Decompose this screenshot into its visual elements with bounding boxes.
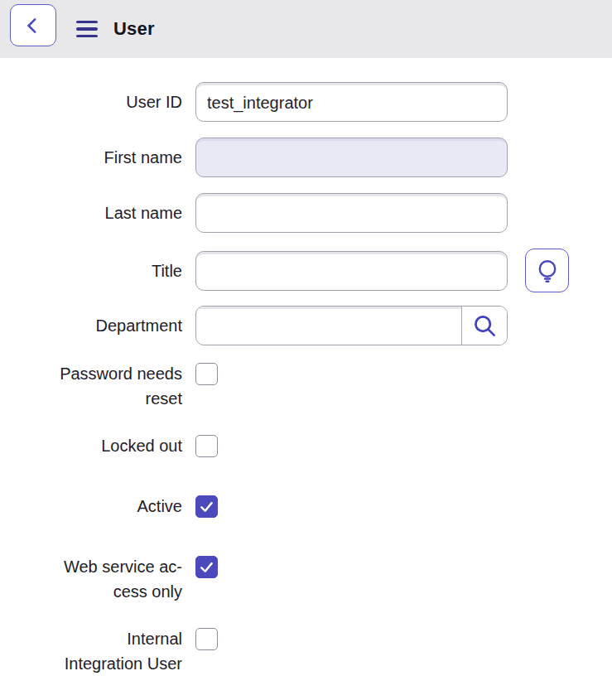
- field-row-internal-integration-user: Internal Integration User: [17, 626, 612, 676]
- locked-out-label: Locked out: [17, 433, 182, 458]
- lightbulb-icon: [535, 258, 560, 283]
- department-reference-field: [195, 306, 508, 345]
- internal-integration-user-checkbox[interactable]: [195, 628, 218, 650]
- active-checkbox[interactable]: [195, 495, 218, 518]
- field-row-first-name: First name: [17, 138, 612, 177]
- password-needs-reset-label: Password needs reset: [17, 361, 182, 411]
- password-needs-reset-checkbox[interactable]: [195, 363, 218, 385]
- hamburger-menu-icon[interactable]: [76, 21, 98, 37]
- menu-bar: [76, 35, 98, 37]
- department-input[interactable]: [196, 307, 461, 345]
- field-row-title: Title: [17, 249, 612, 292]
- user-form: User ID First name Last name Title: [0, 58, 612, 676]
- last-name-label: Last name: [17, 200, 182, 225]
- chevron-left-icon: [22, 15, 44, 36]
- user-id-input[interactable]: [195, 82, 508, 122]
- check-icon: [198, 498, 215, 515]
- user-id-label: User ID: [17, 89, 182, 114]
- first-name-input[interactable]: [195, 138, 508, 177]
- internal-integration-user-label: Internal Integration User: [17, 626, 182, 676]
- department-lookup-button[interactable]: [462, 307, 507, 345]
- menu-bar: [76, 21, 98, 23]
- page-title: User: [113, 18, 155, 40]
- field-row-web-service-access-only: Web service ac- cess only: [17, 554, 612, 604]
- web-service-access-only-checkbox[interactable]: [195, 556, 218, 578]
- field-row-department: Department: [17, 306, 612, 345]
- title-input[interactable]: [195, 251, 508, 291]
- active-label: Active: [17, 494, 182, 519]
- field-row-locked-out: Locked out: [17, 433, 612, 458]
- search-icon: [472, 313, 497, 338]
- suggestion-button[interactable]: [525, 249, 569, 292]
- field-row-user-id: User ID: [17, 82, 612, 122]
- field-row-password-needs-reset: Password needs reset: [17, 361, 612, 411]
- title-label: Title: [17, 258, 182, 283]
- app-header: User: [0, 0, 612, 58]
- title-control: [195, 249, 569, 292]
- field-row-active: Active: [17, 494, 612, 519]
- locked-out-checkbox[interactable]: [195, 435, 218, 457]
- web-service-access-only-label: Web service ac- cess only: [17, 554, 182, 604]
- first-name-label: First name: [17, 145, 182, 170]
- department-label: Department: [17, 313, 182, 338]
- menu-bar: [76, 27, 98, 30]
- last-name-input[interactable]: [195, 193, 508, 233]
- field-row-last-name: Last name: [17, 193, 612, 233]
- back-button[interactable]: [10, 4, 56, 46]
- check-icon: [198, 558, 215, 576]
